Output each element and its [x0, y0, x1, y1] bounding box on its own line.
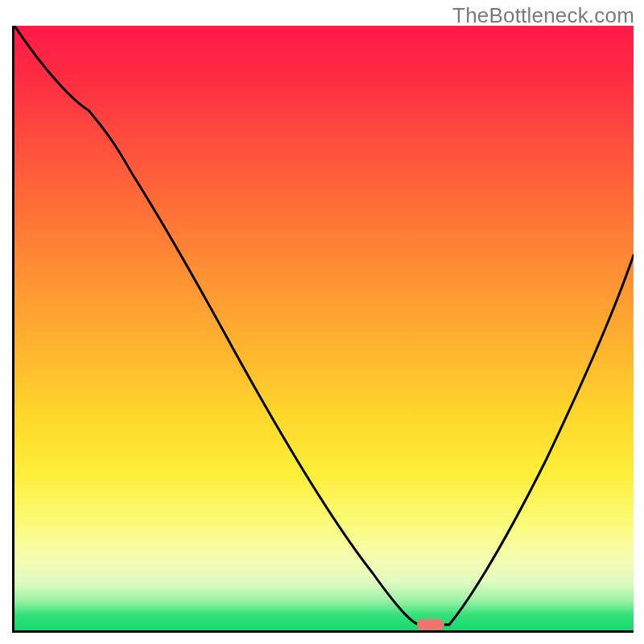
plot-area: [12, 26, 634, 633]
bottleneck-curve: [14, 26, 634, 625]
chart-canvas: TheBottleneck.com: [0, 0, 644, 644]
optimum-marker: [417, 619, 444, 630]
watermark-text: TheBottleneck.com: [452, 3, 634, 28]
chart-overlay: [14, 26, 634, 630]
